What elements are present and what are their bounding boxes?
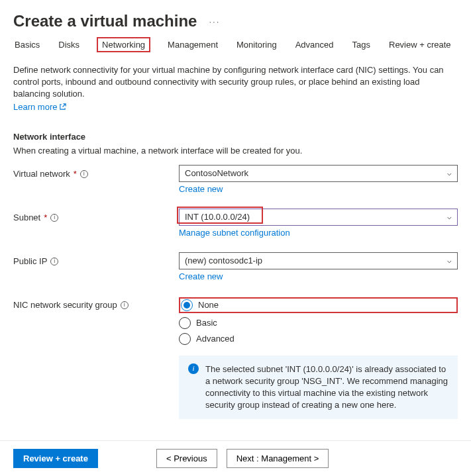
dropdown-public-ip[interactable]: (new) contosodc1-ip ⌵	[179, 252, 458, 269]
row-subnet: Subnet * i INT (10.0.0.0/24) ⌵ Manage su…	[13, 209, 458, 238]
radio-group-nsg: None Basic Advanced	[179, 297, 458, 345]
row-virtual-network: Virtual network * i ContosoNetwork ⌵ Cre…	[13, 165, 458, 194]
chevron-down-icon: ⌵	[447, 256, 452, 265]
info-filled-icon: i	[188, 363, 199, 374]
info-panel-nsg: i The selected subnet 'INT (10.0.0.0/24)…	[179, 356, 458, 420]
row-nsg: NIC network security group i None Basic …	[13, 296, 458, 420]
dropdown-value: INT (10.0.0.0/24)	[185, 212, 250, 222]
intro-text: Define network connectivity for your vir…	[13, 64, 458, 101]
page-header: Create a virtual machine ···	[13, 0, 458, 37]
tab-basics[interactable]: Basics	[13, 37, 41, 52]
learn-more-label: Learn more	[13, 102, 57, 112]
label-subnet: Subnet	[13, 213, 40, 224]
dropdown-value: ContosoNetwork	[185, 168, 248, 178]
tab-disks[interactable]: Disks	[57, 37, 81, 52]
previous-button[interactable]: < Previous	[156, 449, 217, 468]
external-link-icon	[59, 103, 66, 111]
label-nsg: NIC network security group	[13, 300, 117, 311]
required-indicator: *	[44, 213, 47, 224]
radio-input[interactable]	[179, 333, 191, 345]
dropdown-virtual-network[interactable]: ContosoNetwork ⌵	[179, 165, 458, 182]
link-create-new-ip[interactable]: Create new	[179, 271, 223, 281]
info-icon[interactable]: i	[121, 301, 129, 309]
section-title: Network interface	[13, 132, 458, 142]
radio-input[interactable]	[181, 299, 193, 311]
page-title: Create a virtual machine	[13, 12, 197, 30]
highlight-box: None	[179, 297, 458, 313]
row-public-ip: Public IP i (new) contosodc1-ip ⌵ Create…	[13, 252, 458, 281]
tabs-bar: Basics Disks Networking Management Monit…	[13, 37, 458, 59]
info-icon[interactable]: i	[80, 170, 88, 178]
info-icon[interactable]: i	[50, 214, 58, 222]
chevron-down-icon: ⌵	[447, 169, 452, 177]
tab-advanced[interactable]: Advanced	[294, 37, 335, 52]
label-virtual-network: Virtual network	[13, 169, 70, 180]
required-indicator: *	[74, 169, 77, 180]
label-public-ip: Public IP	[13, 256, 47, 267]
info-icon[interactable]: i	[50, 258, 58, 265]
link-create-new-vnet[interactable]: Create new	[179, 184, 223, 194]
link-manage-subnet[interactable]: Manage subnet configuration	[179, 228, 290, 238]
radio-nsg-basic[interactable]: Basic	[179, 317, 458, 329]
learn-more-link[interactable]: Learn more	[13, 102, 66, 112]
more-actions-icon[interactable]: ···	[209, 17, 220, 26]
review-create-button[interactable]: Review + create	[13, 449, 98, 468]
radio-nsg-none[interactable]: None	[181, 299, 219, 311]
radio-label: Advanced	[196, 334, 235, 344]
dropdown-value: (new) contosodc1-ip	[185, 256, 262, 265]
radio-label: Basic	[196, 318, 217, 328]
next-button[interactable]: Next : Management >	[227, 449, 329, 468]
radio-label: None	[198, 300, 219, 310]
tab-tags[interactable]: Tags	[351, 37, 372, 52]
radio-input[interactable]	[179, 317, 191, 329]
tab-review-create[interactable]: Review + create	[388, 37, 452, 52]
wizard-footer: Review + create < Previous Next : Manage…	[0, 440, 471, 476]
tab-monitoring[interactable]: Monitoring	[235, 37, 278, 52]
section-subtitle: When creating a virtual machine, a netwo…	[13, 146, 458, 156]
tab-management[interactable]: Management	[166, 37, 219, 52]
chevron-down-icon: ⌵	[447, 213, 452, 221]
dropdown-subnet[interactable]: INT (10.0.0.0/24) ⌵	[179, 209, 458, 226]
tab-networking[interactable]: Networking	[97, 37, 150, 52]
radio-nsg-advanced[interactable]: Advanced	[179, 333, 458, 345]
info-panel-text: The selected subnet 'INT (10.0.0.0/24)' …	[205, 363, 448, 412]
